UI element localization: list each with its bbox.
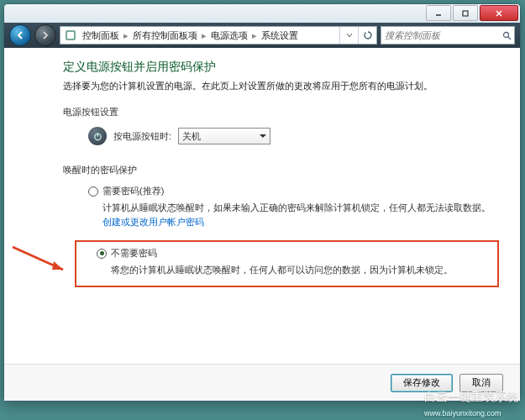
- breadcrumb-item[interactable]: 电源选项: [209, 29, 249, 42]
- close-button[interactable]: [480, 5, 518, 21]
- section-title-power-button: 电源按钮设置: [63, 106, 501, 118]
- svg-line-7: [508, 37, 511, 39]
- create-password-link[interactable]: 创建或更改用户帐户密码: [102, 217, 204, 227]
- option-description: 计算机从睡眠状态唤醒时，如果未输入正确的密码来解除计算机锁定，任何人都无法读取数…: [102, 201, 501, 228]
- radio-require-password[interactable]: 需要密码(推荐): [88, 185, 501, 197]
- navigation-bar: 控制面板▸ 所有控制面板项▸ 电源选项▸ 系统设置: [4, 23, 520, 48]
- chevron-right-icon: ▸: [121, 30, 131, 41]
- chevron-right-icon: ▸: [199, 30, 209, 41]
- control-panel-window: 控制面板▸ 所有控制面板项▸ 电源选项▸ 系统设置 定义电源按钮并启用密码保护 …: [3, 3, 521, 402]
- svg-line-8: [13, 247, 63, 270]
- radio-input[interactable]: [97, 249, 107, 259]
- highlighted-option: 不需要密码 将您的计算机从睡眠状态唤醒时，任何人都可以访问您的数据，因为计算机未…: [75, 240, 499, 287]
- page-description: 选择要为您的计算机设置的电源。在此页上对设置所做的更改将应用于您所有的电源计划。: [63, 80, 501, 92]
- power-button-label: 按电源按钮时:: [113, 130, 171, 143]
- option-description: 将您的计算机从睡眠状态唤醒时，任何人都可以访问您的数据，因为计算机未锁定。: [111, 263, 491, 277]
- minimize-button[interactable]: [426, 5, 451, 21]
- breadcrumb-item[interactable]: 系统设置: [260, 29, 300, 42]
- radio-input[interactable]: [88, 186, 98, 197]
- search-icon: [499, 31, 514, 40]
- search-input[interactable]: [381, 30, 499, 40]
- svg-point-6: [503, 32, 508, 37]
- watermark: 白云一键重装系统 www.baiyunxitong.com: [424, 390, 518, 418]
- forward-button[interactable]: [34, 24, 56, 46]
- back-button[interactable]: [9, 24, 31, 46]
- breadcrumb-item[interactable]: 控制面板: [81, 29, 121, 42]
- breadcrumb-item[interactable]: 所有控制面板项: [131, 29, 199, 42]
- radio-label: 不需要密码: [111, 247, 157, 260]
- svg-marker-9: [52, 261, 63, 270]
- power-icon: [88, 127, 107, 145]
- titlebar: [4, 4, 520, 23]
- chevron-down-icon: [260, 134, 266, 138]
- power-action-dropdown[interactable]: 关机: [178, 128, 270, 144]
- chevron-right-icon: ▸: [249, 30, 260, 41]
- address-bar[interactable]: 控制面板▸ 所有控制面板项▸ 电源选项▸ 系统设置: [60, 26, 377, 45]
- control-panel-icon: [64, 29, 77, 42]
- radio-label: 需要密码(推荐): [102, 185, 164, 197]
- dropdown-value: 关机: [182, 130, 201, 143]
- content-area: 定义电源按钮并启用密码保护 选择要为您的计算机设置的电源。在此页上对设置所做的更…: [4, 48, 520, 364]
- maximize-button[interactable]: [453, 5, 478, 21]
- search-box[interactable]: [381, 26, 515, 45]
- svg-rect-1: [463, 11, 468, 16]
- radio-no-password[interactable]: 不需要密码: [97, 247, 491, 260]
- svg-rect-5: [67, 32, 74, 39]
- refresh-button[interactable]: [358, 27, 376, 44]
- annotation-arrow: [8, 243, 76, 293]
- power-button-row: 按电源按钮时: 关机: [88, 127, 501, 145]
- section-title-wake-password: 唤醒时的密码保护: [63, 164, 501, 176]
- page-title: 定义电源按钮并启用密码保护: [63, 60, 501, 75]
- dropdown-button[interactable]: [339, 27, 358, 44]
